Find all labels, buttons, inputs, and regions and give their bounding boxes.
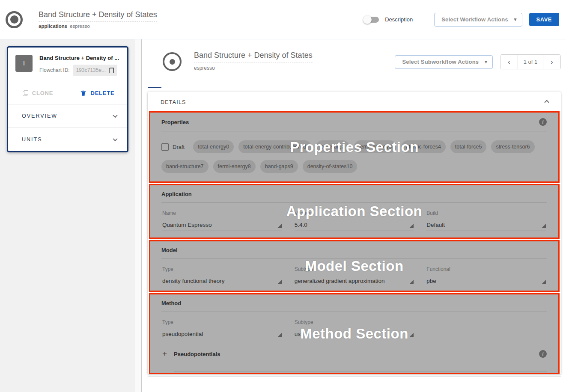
flowchart-id-row: Flowchart ID: 193c7135e...: [39, 65, 119, 76]
subworkflow-title-input[interactable]: Band Structure + Density of States: [194, 51, 313, 62]
property-chip[interactable]: fermi-energy3: [354, 140, 396, 153]
next-card-edge: [148, 377, 561, 378]
select-field[interactable]: Subtype us: [295, 319, 414, 340]
description-toggle[interactable]: [364, 17, 379, 23]
application-title: Application: [161, 191, 192, 197]
field-value: Quantum Espresso: [162, 222, 212, 228]
sidebar-accordion-units[interactable]: UNITS: [8, 128, 127, 151]
unit-actions: CLONE DELETE: [8, 82, 127, 104]
page-indicator: 1 of 1: [518, 55, 543, 69]
select-field[interactable]: Subtype generalized gradient approximati…: [295, 266, 414, 287]
model-section: Model Type density functional theory Sub…: [149, 240, 560, 292]
field-label: Type: [162, 319, 282, 325]
properties-inner: Properties i Draft total-energy0total-en…: [150, 113, 558, 178]
tab[interactable]: [189, 75, 203, 88]
draft-label: Draft: [173, 144, 185, 150]
select-field[interactable]: Version 5.4.0: [295, 210, 414, 231]
app-logo-icon[interactable]: [6, 11, 23, 28]
property-chip[interactable]: stress-tensor6: [491, 140, 534, 153]
select-field[interactable]: Name Quantum Espresso: [162, 210, 282, 231]
method-section: Method Type pseudopotential Subtype: [149, 293, 560, 374]
unit-avatar[interactable]: I: [15, 55, 33, 72]
field-value: Default: [426, 222, 445, 228]
logo-dot: [10, 15, 18, 24]
copy-icon[interactable]: [109, 68, 114, 73]
divider: [161, 131, 547, 131]
property-chip[interactable]: fermi-energy8: [213, 160, 256, 173]
subworkflow-header: Band Structure + Density of States espre…: [142, 39, 566, 71]
prev-page-button[interactable]: ‹: [500, 55, 518, 69]
breadcrumb: applicationsespresso: [39, 24, 157, 29]
subworkflow-title-block: Band Structure + Density of States espre…: [194, 51, 313, 71]
select-field[interactable]: Functional pbe: [426, 266, 546, 287]
details-header[interactable]: DETAILS: [148, 92, 561, 111]
field-value: pseudopotential: [162, 331, 203, 337]
workflow-title-input[interactable]: Band Structure + Density of States: [39, 10, 157, 22]
dropdown-corner-icon: [277, 280, 282, 284]
field-label: Subtype: [295, 266, 414, 272]
field-value: 5.4.0: [295, 222, 307, 228]
property-chip[interactable]: band-gaps9: [260, 160, 298, 173]
dropdown-corner-icon: [542, 280, 546, 284]
sidebar-accordion-overview[interactable]: OVERVIEW: [8, 104, 127, 128]
next-page-button[interactable]: ›: [543, 55, 560, 69]
field-label: Version: [295, 210, 414, 216]
draft-control: Draft: [161, 143, 185, 151]
main-panel: Band Structure + Density of States espre…: [142, 39, 566, 392]
select-field[interactable]: Type density functional theory: [162, 266, 282, 287]
chevron-up-icon[interactable]: [544, 100, 549, 104]
subworkflow-subtitle: espresso: [194, 65, 313, 71]
add-icon[interactable]: +: [162, 349, 167, 359]
field-value: density functional theory: [162, 278, 225, 284]
clone-button[interactable]: CLONE: [8, 90, 68, 96]
caret-down-icon: ▾: [514, 17, 517, 22]
workflow-title-block: Band Structure + Density of States appli…: [39, 10, 157, 29]
properties-section: Properties i Draft total-energy0total-en…: [149, 111, 560, 183]
delete-label: DELETE: [90, 90, 114, 96]
field-value: us: [295, 331, 301, 337]
property-chip[interactable]: total-energy-contributions1: [238, 140, 311, 153]
field-label: Subtype: [295, 319, 414, 325]
dropdown-corner-icon: [277, 333, 282, 337]
tab[interactable]: [161, 75, 175, 88]
subworkflow-icon: [163, 52, 182, 71]
property-chip[interactable]: density-of-states10: [303, 160, 357, 173]
field-label: Functional: [426, 266, 546, 272]
save-button[interactable]: SAVE: [529, 13, 559, 26]
dropdown-corner-icon: [542, 224, 546, 228]
subworkflow-actions: Select Subworkflow Actions ▾ ‹ 1 of 1 ›: [395, 54, 561, 69]
flowchart-id-value: 193c7135e...: [76, 67, 106, 73]
properties-title: Properties: [161, 119, 189, 125]
method-title: Method: [161, 300, 181, 306]
property-chip[interactable]: band-structure7: [161, 160, 209, 173]
unit-card-header: I Band Structure + Density of ... Flowch…: [8, 48, 127, 82]
draft-checkbox[interactable]: [161, 143, 169, 151]
info-icon[interactable]: i: [539, 118, 547, 126]
property-chip[interactable]: pressure2: [316, 140, 349, 153]
pseudopotentials-label: Pseudopotentials: [174, 351, 220, 357]
subworkflow-actions-select[interactable]: Select Subworkflow Actions ▾: [395, 55, 493, 69]
unit-card: I Band Structure + Density of ... Flowch…: [7, 46, 128, 152]
tab[interactable]: [175, 75, 189, 88]
info-icon[interactable]: i: [539, 350, 547, 358]
select-field[interactable]: Build Default: [426, 210, 546, 231]
select-field[interactable]: Type pseudopotential: [162, 319, 282, 340]
unit-meta: Band Structure + Density of ... Flowchar…: [39, 55, 119, 76]
details-title: DETAILS: [161, 99, 186, 105]
breadcrumb-section: applications: [39, 24, 67, 29]
workflow-actions-select[interactable]: Select Workflow Actions ▾: [434, 13, 522, 27]
pseudopotentials-row: + Pseudopotentials i: [161, 349, 547, 359]
tab[interactable]: [148, 75, 161, 88]
property-chip[interactable]: atomic-forces4: [401, 140, 446, 153]
caret-down-icon: ▾: [485, 59, 487, 65]
divider: [161, 202, 547, 203]
property-chip[interactable]: total-force5: [450, 140, 487, 153]
flowchart-id-field[interactable]: 193c7135e...: [73, 65, 117, 76]
divider: [161, 258, 547, 259]
sidebar: I Band Structure + Density of ... Flowch…: [0, 39, 142, 392]
dropdown-corner-icon: [277, 224, 282, 228]
application-section: Application Name Quantum Espresso Versio…: [149, 184, 560, 239]
field-value: generalized gradient approximation: [295, 278, 385, 284]
property-chip[interactable]: total-energy0: [193, 140, 234, 153]
delete-button[interactable]: DELETE: [68, 90, 127, 97]
